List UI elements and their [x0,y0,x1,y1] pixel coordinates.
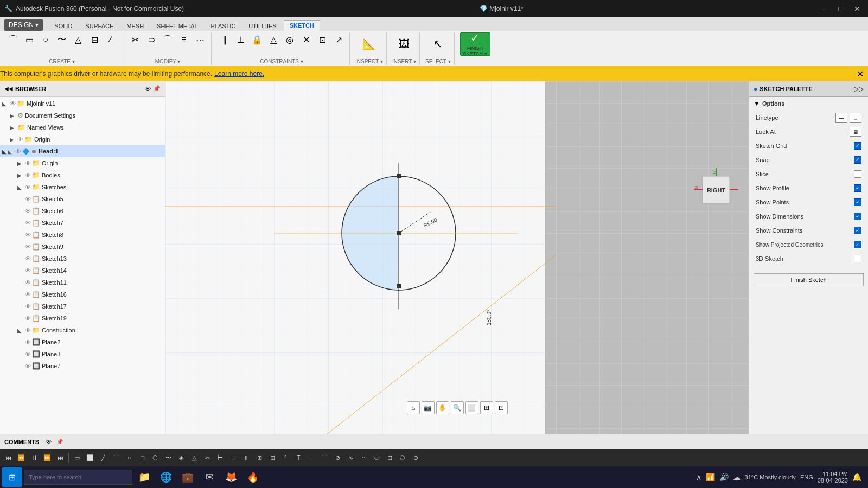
offset-tool[interactable]: ⊃ [144,32,159,47]
eye-icon-sketch17[interactable]: 👁 [25,303,31,310]
tool-sketch-rect[interactable]: ◻ [136,452,148,464]
playback-end-btn[interactable]: ⏭ [54,452,66,464]
taskbar-mail-icon[interactable]: ✉ [200,467,219,487]
top-point[interactable] [397,174,401,178]
eye-icon-sketch6[interactable]: 👁 [25,208,31,214]
playback-start-btn[interactable]: ⏮ [2,452,14,464]
camera-btn[interactable]: 📷 [422,401,435,414]
arc-tool[interactable]: ⌒ [5,32,21,47]
lock-constraint[interactable]: 🔒 [250,32,265,47]
snap-btn[interactable]: ⊡ [495,401,508,414]
tool-sketch-polygon[interactable]: ⬡ [149,452,161,464]
tray-network-icon[interactable]: 📶 [706,473,715,481]
tab-surface[interactable]: SURFACE [79,21,119,31]
tree-item-sketch17[interactable]: 👁 📋 Sketch17 [0,300,165,312]
taskbar-explorer-icon[interactable]: 📁 [135,467,154,487]
browser-collapse-icon[interactable]: ◀◀ [4,86,13,92]
fillet-tool[interactable]: ⌒ [160,32,175,47]
eye-icon-sketch13[interactable]: 👁 [25,255,31,262]
tree-item-construction[interactable]: ◣ 👁 📁 Construction [0,324,165,336]
eye-icon-head-origin[interactable]: 👁 [25,160,31,166]
snap-checkbox[interactable] [854,156,861,164]
tool-inscribed[interactable]: ⊙ [410,452,422,464]
tray-weather-icon[interactable]: ☁ [733,473,741,481]
eye-icon-sketch8[interactable]: 👁 [25,232,31,238]
eye-icon-sketch9[interactable]: 👁 [25,243,31,250]
bottom-point[interactable] [397,284,401,288]
tool-slot[interactable]: ⊟ [384,452,395,464]
tool-dim[interactable]: ◈ [175,452,187,464]
create-label[interactable]: CREATE ▾ [49,59,75,65]
tool-sketch-line[interactable]: ╱ [97,452,109,464]
tool-text[interactable]: T [292,452,304,464]
tool-select-rect[interactable]: ▭ [71,452,83,464]
tree-item-sketch9[interactable]: 👁 📋 Sketch9 [0,241,165,253]
insert-btn[interactable]: 🖼 [392,32,416,56]
rect-tool[interactable]: ▭ [22,32,37,47]
eye-icon-construction[interactable]: 👁 [25,327,31,333]
insert-label[interactable]: INSERT ▾ [392,59,416,65]
circle-tool[interactable]: ○ [38,32,53,47]
tree-item-sketch11[interactable]: 👁 📋 Sketch11 [0,277,165,288]
tool-select-window[interactable]: ⬜ [84,452,96,464]
start-button[interactable]: ⊞ [2,467,22,487]
slice-checkbox[interactable] [854,170,861,178]
show-profile-checkbox[interactable] [854,184,861,192]
tool-extend[interactable]: ⊢ [214,452,226,464]
modify-label[interactable]: MODIFY ▾ [155,59,180,65]
constraints-label[interactable]: CONSTRAINTS ▾ [260,59,303,65]
eye-icon-head1[interactable]: 👁 [15,148,21,155]
finish-sketch-palette-button[interactable]: Finish Sketch [754,273,864,286]
clock[interactable]: 11:04 PM 08-04-2023 [818,471,848,484]
playback-next-btn[interactable]: ⏩ [41,452,53,464]
symmetry-constraint[interactable]: ⊡ [315,32,330,47]
finish-sketch-button[interactable]: ✓FINISH SKETCH ▾ [460,32,490,56]
sketch-canvas[interactable]: R5.00 180.0° [165,81,749,434]
collinear-constraint[interactable]: ↗ [331,32,346,47]
linetype-solid-btn[interactable]: — [835,113,847,123]
tray-volume-icon[interactable]: 🔊 [719,473,729,481]
eye-icon-sketch14[interactable]: 👁 [25,267,31,274]
zoom-btn[interactable]: 🔍 [451,401,464,414]
tool-offset[interactable]: ⊃ [227,452,239,464]
tree-item-plane2[interactable]: 👁 🔲 Plane2 [0,336,165,348]
palette-expand-icon[interactable]: ▷▷ [854,85,864,93]
taskbar-fusion-icon[interactable]: 🔥 [243,467,263,487]
tray-expand-icon[interactable]: ∧ [696,473,701,481]
inspect-btn[interactable]: 📐 [357,32,381,56]
grid-btn[interactable]: ⊞ [480,401,493,414]
tool-sketch-spline[interactable]: 〜 [162,452,174,464]
concentric-constraint[interactable]: ◎ [282,32,297,47]
mirror-tool[interactable]: ≡ [176,32,192,47]
select-btn[interactable]: ↖ [426,32,450,56]
tool-sketch-arc[interactable]: ⌒ [110,452,122,464]
tree-item-sketch7[interactable]: 👁 📋 Sketch7 [0,217,165,229]
eye-icon-sketch19[interactable]: 👁 [25,315,31,322]
tool-conic-curve[interactable]: ∩ [358,452,369,464]
show-constraints-checkbox[interactable] [854,227,861,234]
3d-sketch-checkbox[interactable] [854,255,861,262]
pan-btn[interactable]: ✋ [436,401,449,414]
tree-item-sketch14[interactable]: 👁 📋 Sketch14 [0,265,165,277]
minimize-button[interactable]: ─ [819,3,831,14]
parallel-constraint[interactable]: ∥ [217,32,232,47]
playback-play-btn[interactable]: ⏸ [28,452,40,464]
taskbar-firefox-icon[interactable]: 🦊 [221,467,241,487]
tool-sketch-circle[interactable]: ○ [123,452,135,464]
pattern-tool[interactable]: ⋯ [193,32,208,47]
inspect-label[interactable]: INSPECT ▾ [355,59,383,65]
tray-notification-icon[interactable]: 🔔 [852,473,861,481]
perp-constraint[interactable]: ⊥ [233,32,248,47]
home-view-btn[interactable]: ⌂ [407,401,420,414]
browser-eye-icon[interactable]: 👁 [145,86,151,92]
tree-item-plane3[interactable]: 👁 🔲 Plane3 [0,348,165,360]
tree-item-head-origin[interactable]: ▶ 👁 📁 Origin [0,157,165,169]
eye-icon-sketch7[interactable]: 👁 [25,220,31,226]
slot-tool[interactable]: ⊟ [87,32,102,47]
lookat-btn[interactable]: 🖥 [850,127,861,137]
tree-item-sketch19[interactable]: 👁 📋 Sketch19 [0,312,165,324]
tree-item-sketch6[interactable]: 👁 📋 Sketch6 [0,205,165,217]
triangle-tool[interactable]: △ [71,32,86,47]
tab-solid[interactable]: SOLID [48,21,78,31]
comments-eye-icon[interactable]: 👁 [46,438,52,446]
